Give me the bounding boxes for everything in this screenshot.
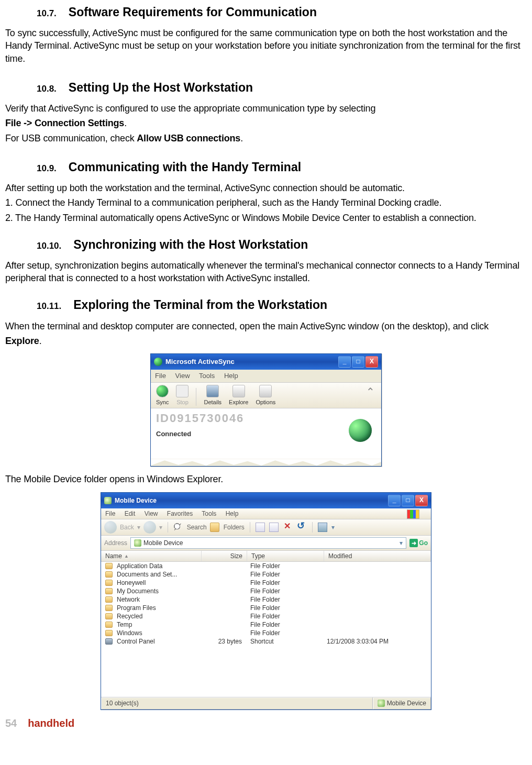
mobile-device-icon [378,700,385,707]
folder-icon [105,605,113,611]
section-10-9-heading: 10.9. Communicating with the Handy Termi… [5,159,527,175]
section-number: 10.11. [37,301,61,313]
activesync-icon [154,358,162,366]
page-footer: 54 handheld [5,716,527,730]
paragraph: To sync successfully, ActiveSync must be… [5,27,527,65]
copy-icon[interactable] [256,523,265,532]
menu-tools[interactable]: Tools [199,372,215,380]
paragraph: Verify that ActiveSync is configured to … [5,102,527,115]
status-object-count: 10 object(s) [101,697,373,709]
details-button[interactable]: Details [202,385,224,406]
paste-icon[interactable] [269,523,279,532]
paragraph: When the terminal and desktop computer a… [5,320,527,332]
mobile-device-icon [104,497,112,504]
status-bar: 10 object(s) Mobile Device [101,697,431,709]
maximize-button[interactable]: □ [402,495,414,506]
list-item[interactable]: HoneywellFile Folder [101,579,431,587]
activesync-window: Microsoft ActiveSync _ □ X File View Too… [150,353,382,467]
address-bar: Address Mobile Device Go [101,536,431,551]
forward-button [143,521,156,534]
folders-button[interactable]: Folders [224,523,245,531]
paragraph: The Mobile Device folder opens in Window… [5,473,527,485]
list-item[interactable]: TempFile Folder [101,620,431,629]
list-item[interactable]: Documents and Set...File Folder [101,570,431,579]
section-number: 10.9. [37,163,57,175]
search-button[interactable]: Search [187,523,207,531]
section-10-10-heading: 10.10. Synchronizing with the Host Works… [5,237,527,253]
menu-favorites[interactable]: Favorites [167,510,193,517]
list-item[interactable]: My DocumentsFile Folder [101,587,431,595]
windows-flag-icon [407,509,419,519]
folder-icon [105,571,113,578]
device-id: ID0915730046 [156,411,376,426]
menu-bar: File View Tools Help [151,370,381,382]
menu-view[interactable]: View [175,372,190,380]
list-item[interactable]: WindowsFile Folder [101,629,431,637]
menu-help[interactable]: Help [224,372,238,380]
list-item[interactable]: Control Panel23 bytesShortcut12/1/2008 3… [101,637,431,646]
menu-help[interactable]: Help [226,510,239,517]
explore-button[interactable]: Explore [227,385,250,406]
stop-icon [176,385,189,397]
folder-icon [105,630,113,636]
minimize-button[interactable]: _ [338,356,351,368]
address-input[interactable]: Mobile Device [130,537,406,549]
folder-icon [105,588,113,594]
option-name: Allow USB connections [137,133,240,143]
minimize-button[interactable]: _ [388,495,401,506]
list-item[interactable]: Application DataFile Folder [101,562,431,570]
button-name: Explore [5,336,39,346]
toolbar: Sync Stop Details Explore Options ⌃ [151,382,381,409]
sync-status-icon [349,419,372,442]
list-item: 2. The Handy Terminal automatically open… [5,212,527,224]
section-title: Synchronizing with the Host Workstation [73,238,308,251]
paragraph: For USB communication, check Allow USB c… [5,132,527,145]
go-button[interactable]: Go [409,539,428,547]
list-item[interactable]: NetworkFile Folder [101,595,431,604]
title-bar: Mobile Device _ □ X [101,493,431,508]
header-size[interactable]: Size [202,551,247,561]
folder-icon [105,613,113,619]
stop-button: Stop [174,385,191,406]
header-name[interactable]: Name ▲ [101,551,202,561]
sort-indicator-icon: ▲ [124,553,129,559]
explorer-window: Mobile Device _ □ X File Edit View Favor… [101,492,431,710]
maximize-button[interactable]: □ [352,356,364,368]
hide-details-button[interactable]: ⌃ [363,385,378,399]
section-number: 10.7. [37,8,57,20]
header-type[interactable]: Type [247,551,324,561]
section-10-7-heading: 10.7. Software Requirements for Communic… [5,4,527,20]
address-value: Mobile Device [143,539,183,547]
header-modified[interactable]: Modified [324,551,431,561]
address-label: Address [104,539,127,547]
menu-path: File -> Connection Settings [5,118,124,128]
paragraph: File -> Connection Settings. [5,117,527,129]
close-button[interactable]: X [365,356,378,368]
list-item[interactable]: RecycledFile Folder [101,612,431,620]
section-title: Communicating with the Handy Terminal [69,160,301,174]
views-icon[interactable] [318,523,327,532]
menu-view[interactable]: View [145,510,158,517]
file-list: Application DataFile FolderDocuments and… [101,562,431,697]
explore-icon [232,385,245,397]
section-10-11-heading: 10.11. Exploring the Terminal from the W… [5,297,527,313]
list-item[interactable]: Program FilesFile Folder [101,604,431,612]
brand-logo: handheld [28,717,74,729]
menu-bar: File Edit View Favorites Tools Help [101,508,431,519]
mobile-device-icon [134,539,141,547]
menu-tools[interactable]: Tools [202,510,216,517]
options-button[interactable]: Options [253,385,278,406]
paragraph: Explore. [5,335,527,347]
sync-button[interactable]: Sync [154,385,171,406]
sync-icon [156,385,169,397]
menu-file[interactable]: File [105,510,115,517]
toolbar: Back ▾ ▾ Search Folders ✕ ↺ ▾ [101,519,431,536]
folder-icon [105,596,113,603]
menu-file[interactable]: File [155,372,166,380]
separator [196,388,196,406]
section-title: Software Requirements for Communication [69,5,317,19]
menu-edit[interactable]: Edit [125,510,136,517]
close-button[interactable]: X [415,495,428,506]
delete-icon[interactable]: ✕ [283,523,292,532]
undo-icon[interactable]: ↺ [296,523,306,532]
